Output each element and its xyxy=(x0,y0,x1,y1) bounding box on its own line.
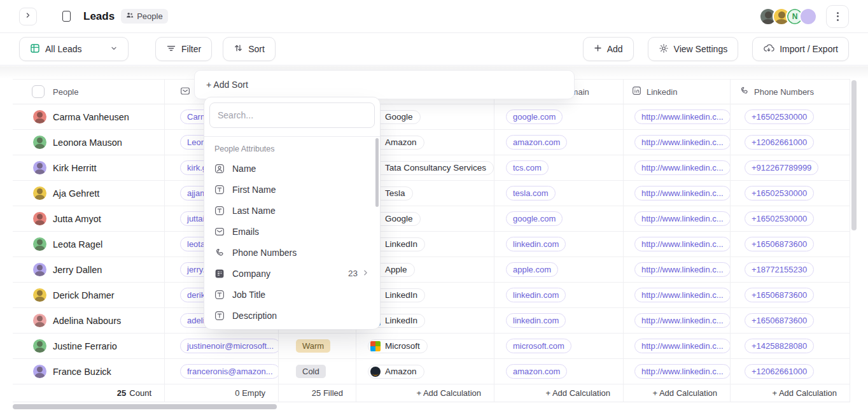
add-record-button[interactable]: Add xyxy=(583,37,634,61)
linkedin-pill[interactable]: http://www.linkedin.c... xyxy=(634,160,731,175)
filter-button[interactable]: Filter xyxy=(155,37,212,61)
table-row[interactable]: Leota RagelleotaainLinkedInlinkedin.comh… xyxy=(13,232,850,257)
table-row[interactable]: Adelina NaboursadelininLinkedInlinkedin.… xyxy=(13,308,850,334)
add-sort-button[interactable]: + Add Sort xyxy=(206,80,248,90)
person-cell[interactable]: Aja Gehrett xyxy=(13,181,165,206)
table-row[interactable]: Carma VanheusenCarmGooglegoogle.comhttp:… xyxy=(13,104,850,130)
table-row[interactable]: Aja GehrettajjamTeslatesla.comhttp://www… xyxy=(13,181,850,206)
phone-pill[interactable]: +16502530000 xyxy=(745,186,814,200)
table-row[interactable]: Jutta AmyotjuttaitGooglegoogle.comhttp:/… xyxy=(13,206,850,232)
domain-cell[interactable]: linkedin.com xyxy=(494,283,624,308)
select-all-checkbox[interactable] xyxy=(32,85,45,98)
table-row[interactable]: Kirk Herrittkirk.gTata Consultancy Servi… xyxy=(13,155,850,181)
import-export-button[interactable]: Import / Export xyxy=(752,37,849,61)
company-cell[interactable]: Amazon xyxy=(356,359,494,384)
linkedin-pill[interactable]: http://www.linkedin.c... xyxy=(634,288,731,302)
view-selector-dropdown[interactable]: All Leads xyxy=(19,37,129,61)
phone-cell[interactable]: +16506873600 xyxy=(731,308,850,334)
company-chip[interactable]: Microsoft xyxy=(368,339,428,353)
horizontal-scrollbar[interactable] xyxy=(13,404,277,409)
status-cell[interactable]: Warm xyxy=(279,334,356,359)
domain-pill[interactable]: tesla.com xyxy=(506,186,556,200)
phone-pill[interactable]: +14258828080 xyxy=(745,339,814,353)
phone-cell[interactable]: +14258828080 xyxy=(731,334,850,359)
domain-pill[interactable]: tcs.com xyxy=(506,160,549,175)
dropdown-scrollbar[interactable] xyxy=(375,138,379,207)
person-cell[interactable]: France Buzick xyxy=(13,359,165,384)
domain-cell[interactable]: amazon.com xyxy=(494,359,624,384)
status-cell[interactable]: Cold xyxy=(279,359,356,384)
sort-option-company[interactable]: Company23 xyxy=(204,263,380,284)
view-settings-button[interactable]: View Settings xyxy=(648,37,739,61)
phone-pill[interactable]: +16502530000 xyxy=(745,211,814,226)
domain-pill[interactable]: google.com xyxy=(506,109,563,124)
table-row[interactable]: Leonora MausonLeonoAmazonamazon.comhttp:… xyxy=(13,130,850,155)
person-cell[interactable]: Leonora Mauson xyxy=(13,130,165,155)
add-calculation-button[interactable]: + Add Calculation xyxy=(356,384,494,402)
vertical-scrollbar[interactable] xyxy=(851,80,857,230)
phone-pill[interactable]: +16506873600 xyxy=(745,313,814,328)
object-type-badge[interactable]: People xyxy=(121,9,167,24)
domain-cell[interactable]: linkedin.com xyxy=(494,232,624,257)
add-calculation-button[interactable]: + Add Calculation xyxy=(494,384,624,402)
linkedin-cell[interactable]: http://www.linkedin.c... xyxy=(624,283,731,308)
domain-pill[interactable]: apple.com xyxy=(506,262,558,277)
phone-pill[interactable]: +12062661000 xyxy=(745,364,814,379)
linkedin-cell[interactable]: http://www.linkedin.c... xyxy=(624,308,731,334)
domain-pill[interactable]: linkedin.com xyxy=(506,288,566,302)
sort-option-first-name[interactable]: First Name xyxy=(204,179,380,200)
linkedin-pill[interactable]: http://www.linkedin.c... xyxy=(634,313,731,328)
domain-cell[interactable]: google.com xyxy=(494,206,624,232)
linkedin-pill[interactable]: http://www.linkedin.c... xyxy=(634,109,731,124)
phone-pill[interactable]: +16506873600 xyxy=(745,237,814,251)
phone-pill[interactable]: +18772155230 xyxy=(745,262,814,277)
footer-count[interactable]: 25 Count xyxy=(13,384,165,402)
domain-pill[interactable]: microsoft.com xyxy=(506,339,571,353)
column-header-phone-numbers[interactable]: Phone Numbers xyxy=(731,79,850,104)
phone-cell[interactable]: +12062661000 xyxy=(731,359,850,384)
more-options-button[interactable] xyxy=(826,5,849,28)
linkedin-cell[interactable]: http://www.linkedin.c... xyxy=(624,232,731,257)
person-cell[interactable]: Carma Vanheusen xyxy=(13,104,165,130)
sort-option-name[interactable]: Name xyxy=(204,158,380,179)
table-row[interactable]: Jerry Dallenjerry.aAppleapple.comhttp://… xyxy=(13,257,850,283)
person-cell[interactable]: Leota Ragel xyxy=(13,232,165,257)
company-chip[interactable]: Amazon xyxy=(368,365,424,379)
domain-pill[interactable]: amazon.com xyxy=(506,364,567,379)
person-cell[interactable]: Jutta Amyot xyxy=(13,206,165,232)
linkedin-pill[interactable]: http://www.linkedin.c... xyxy=(634,237,731,251)
linkedin-pill[interactable]: http://www.linkedin.c... xyxy=(634,211,731,226)
domain-pill[interactable]: linkedin.com xyxy=(506,313,566,328)
linkedin-pill[interactable]: http://www.linkedin.c... xyxy=(634,186,731,200)
phone-cell[interactable]: +18772155230 xyxy=(731,257,850,283)
linkedin-pill[interactable]: http://www.linkedin.c... xyxy=(634,364,731,379)
linkedin-cell[interactable]: http://www.linkedin.c... xyxy=(624,104,731,130)
domain-pill[interactable]: amazon.com xyxy=(506,135,567,150)
phone-cell[interactable]: +16502530000 xyxy=(731,181,850,206)
workspace-avatars[interactable]: N xyxy=(759,8,817,25)
person-cell[interactable]: Kirk Herritt xyxy=(13,155,165,181)
phone-pill[interactable]: +16502530000 xyxy=(745,109,814,124)
table-row[interactable]: Justine Ferrariojustinenoir@microsoft...… xyxy=(13,334,850,359)
add-calculation-button[interactable]: + Add Calculation xyxy=(624,384,731,402)
person-cell[interactable]: Adelina Nabours xyxy=(13,308,165,334)
footer-filled[interactable]: 25 Filled xyxy=(279,384,356,402)
search-input[interactable] xyxy=(209,102,375,128)
phone-pill[interactable]: +16506873600 xyxy=(745,288,814,302)
linkedin-cell[interactable]: http://www.linkedin.c... xyxy=(624,257,731,283)
column-header-people[interactable]: People xyxy=(13,79,165,104)
email-pill[interactable]: justinenoir@microsoft... xyxy=(180,339,279,353)
person-cell[interactable]: Jerry Dallen xyxy=(13,257,165,283)
domain-pill[interactable]: google.com xyxy=(506,211,563,226)
email-cell[interactable]: franceronis@amazon... xyxy=(165,359,279,384)
company-chip[interactable]: Tata Consultancy Services xyxy=(368,161,494,175)
phone-pill[interactable]: +12062661000 xyxy=(745,135,814,150)
company-cell[interactable]: Microsoft xyxy=(356,334,494,359)
domain-cell[interactable]: microsoft.com xyxy=(494,334,624,359)
domain-pill[interactable]: linkedin.com xyxy=(506,237,566,251)
linkedin-cell[interactable]: http://www.linkedin.c... xyxy=(624,359,731,384)
person-cell[interactable]: Derick Dhamer xyxy=(13,283,165,308)
sort-option-emails[interactable]: Emails xyxy=(204,221,380,242)
phone-cell[interactable]: +12062661000 xyxy=(731,130,850,155)
email-cell[interactable]: justinenoir@microsoft... xyxy=(165,334,279,359)
